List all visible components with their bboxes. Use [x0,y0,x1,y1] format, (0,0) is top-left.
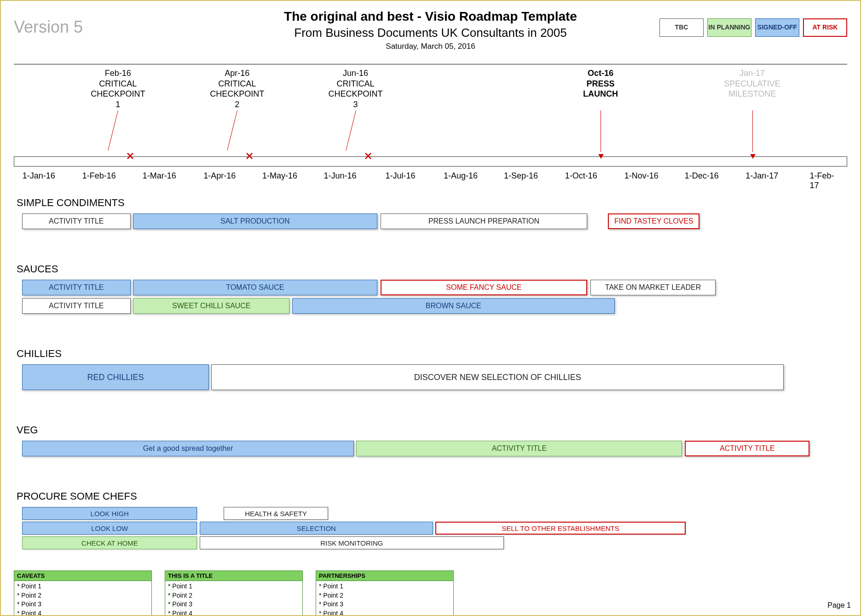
milestone-connector [108,110,119,151]
footer-point: * Point 2 [319,591,451,600]
page-number: Page 1 [827,601,851,610]
footer-point: * Point 4 [17,609,149,616]
lane: LOOK HIGHHEALTH & SAFETY [14,507,847,520]
x-mark-icon [246,153,253,161]
lane: RED CHILLIESDISCOVER NEW SELECTION OF CH… [14,364,847,390]
section-title: CHILLIES [17,348,847,360]
activity-bar[interactable]: TAKE ON MARKET LEADER [590,280,716,295]
activity-bar[interactable]: Get a good spread together [22,441,354,456]
footer-point: * Point 1 [168,582,300,591]
activity-bar[interactable]: ACTIVITY TITLE [22,213,130,229]
svg-marker-7 [750,154,756,159]
tick-label: 1-Sep-16 [504,171,538,181]
footer-box-title: PARTNERSHIPS [316,571,453,581]
timeline-ticks: 1-Jan-161-Feb-161-Mar-161-Apr-161-May-16… [14,171,847,184]
timeline-axis [14,156,847,167]
legend-signed-off: SIGNED-OFF [755,18,799,37]
tick-label: 1-Aug-16 [444,171,478,181]
footer-box-body: * Point 1* Point 2* Point 3* Point 4 [316,581,453,616]
activity-bar[interactable]: RISK MONITORING [200,536,504,549]
section-title: PROCURE SOME CHEFS [17,490,847,502]
milestone-label: Oct-16PRESSLAUNCH [583,68,618,99]
activity-bar[interactable]: BROWN SAUCE [292,298,615,314]
tick-label: 1-Jul-16 [386,171,416,181]
milestone-label: Jan-17SPECULATIVEMILESTONE [724,68,780,99]
tick-label: 1-Jan-16 [23,171,55,181]
lane: Get a good spread togetherACTIVITY TITLE… [14,441,847,456]
milestone-connector [601,110,601,152]
activity-bar[interactable]: TOMATO SAUCE [133,280,377,295]
tick-label: 1-Jun-16 [324,171,357,181]
footer-point: * Point 2 [168,591,300,600]
footer-point: * Point 3 [168,600,300,609]
footer-box: THIS IS A TITLE* Point 1* Point 2* Point… [165,570,303,616]
activity-bar[interactable]: ACTIVITY TITLE [22,280,130,295]
footer-point: * Point 3 [319,600,451,609]
activity-bar[interactable]: PRESS LAUNCH PREPARATION [381,213,587,229]
milestone-label: Feb-16CRITICALCHECKPOINT1 [91,68,145,109]
milestone-label: Apr-16CRITICALCHECKPOINT2 [210,68,264,109]
version-label: Version 5 [14,17,83,37]
milestone-connector [752,110,753,152]
activity-bar[interactable]: DISCOVER NEW SELECTION OF CHILLIES [211,364,784,390]
activity-bar[interactable]: ACTIVITY TITLE [22,298,130,314]
activity-bar[interactable]: SELECTION [200,522,433,535]
footer-point: * Point 1 [319,582,451,591]
lane: ACTIVITY TITLESALT PRODUCTIONPRESS LAUNC… [14,213,847,229]
sections: SIMPLE CONDIMENTSACTIVITY TITLESALT PROD… [14,197,847,554]
section-title: VEG [17,424,847,436]
activity-bar[interactable]: HEALTH & SAFETY [224,507,328,520]
activity-bar[interactable]: SOME FANCY SAUCE [381,280,587,295]
tick-label: 1-May-16 [262,171,297,181]
svg-marker-6 [598,154,604,159]
tick-label: 1-Oct-16 [565,171,597,181]
tick-label: 1-Feb-16 [82,171,116,181]
lane: CHECK AT HOMERISK MONITORING [14,536,847,549]
footer-box-body: * Point 1* Point 2* Point 3* Point 4 [14,581,151,616]
activity-bar[interactable]: RED CHILLIES [22,364,209,390]
section-title: SAUCES [17,263,847,275]
activity-bar[interactable]: LOOK HIGH [22,507,197,520]
activity-bar[interactable]: SALT PRODUCTION [133,213,377,229]
legend: TBC IN PLANNING SIGNED-OFF AT RISK [659,18,847,37]
legend-tbc: TBC [659,18,704,37]
footer-boxes: CAVEATS* Point 1* Point 2* Point 3* Poin… [14,570,847,616]
milestone-connector [346,110,356,151]
footer-point: * Point 4 [319,609,451,616]
activity-bar[interactable]: SWEET CHILLI SAUCE [133,298,289,314]
activity-bar[interactable]: CHECK AT HOME [22,536,197,549]
footer-point: * Point 3 [17,600,149,609]
arrow-down-icon [750,153,756,161]
section-title: SIMPLE CONDIMENTS [17,197,847,209]
header: Version 5 The original and best - Visio … [14,9,847,51]
legend-in-planning: IN PLANNING [707,18,751,37]
footer-box: CAVEATS* Point 1* Point 2* Point 3* Poin… [14,570,152,616]
footer-box-body: * Point 1* Point 2* Point 3* Point 4 [165,581,302,616]
date-label: Saturday, March 05, 2016 [14,42,847,51]
lane: ACTIVITY TITLESWEET CHILLI SAUCEBROWN SA… [14,298,847,314]
tick-label: 1-Nov-16 [624,171,659,181]
lane: ACTIVITY TITLETOMATO SAUCESOME FANCY SAU… [14,280,847,295]
activity-bar[interactable]: FIND TASTEY CLOVES [608,213,699,229]
tick-label: 1-Feb-17 [809,171,834,190]
activity-bar[interactable]: ACTIVITY TITLE [356,441,682,456]
footer-box: PARTNERSHIPS* Point 1* Point 2* Point 3*… [316,570,454,616]
footer-box-title: THIS IS A TITLE [165,571,302,581]
milestone-label: Jun-16CRITICALCHECKPOINT3 [328,68,382,109]
activity-bar[interactable]: LOOK LOW [22,522,197,535]
footer-point: * Point 1 [17,582,149,591]
milestone-connector [227,110,238,151]
lane: LOOK LOWSELECTIONSELL TO OTHER ESTABLISH… [14,522,847,535]
tick-label: 1-Jan-17 [745,171,778,181]
activity-bar[interactable]: ACTIVITY TITLE [685,441,810,456]
footer-box-title: CAVEATS [14,571,151,581]
footer-point: * Point 2 [17,591,149,600]
tick-label: 1-Apr-16 [203,171,236,181]
tick-label: 1-Mar-16 [143,171,176,181]
footer-point: * Point 4 [168,609,300,616]
activity-bar[interactable]: SELL TO OTHER ESTABLISHMENTS [435,522,685,535]
arrow-down-icon [598,153,604,161]
legend-at-risk: AT RISK [803,18,847,37]
x-mark-icon [127,153,133,161]
x-mark-icon [365,153,371,161]
